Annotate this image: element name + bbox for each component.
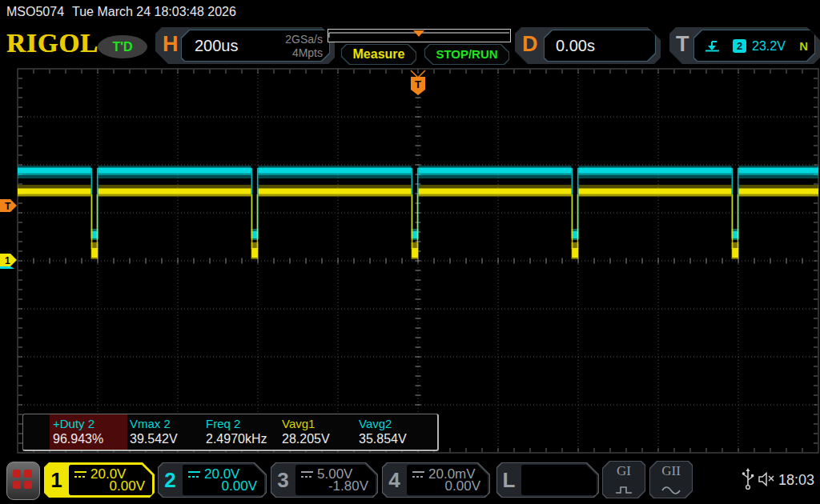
ch2-spike[interactable]: [91, 231, 98, 238]
acquisition-info: 2GSa/s 4Mpts: [285, 33, 323, 60]
channel-offset: 0.00V: [222, 478, 257, 494]
memory-position-indicator[interactable]: [328, 29, 511, 42]
h-label: H: [163, 32, 179, 57]
ch1-spike[interactable]: [412, 248, 418, 258]
ch2-trace[interactable]: [579, 168, 732, 174]
ch1-spike[interactable]: [572, 194, 573, 249]
gen2-badge[interactable]: GII: [649, 461, 693, 498]
measurement-value: 96.943%: [53, 432, 103, 446]
channel-badge-2[interactable]: 220.0V0.00V: [158, 462, 267, 498]
ch1-spike[interactable]: [91, 248, 98, 258]
trigger-level-value[interactable]: 23.2V: [752, 39, 786, 54]
ch1-spike[interactable]: [732, 248, 738, 258]
ch1-trace[interactable]: [739, 189, 819, 194]
ch1-spike[interactable]: [732, 194, 734, 249]
delay-value[interactable]: 0.00s: [556, 37, 595, 55]
menu-grid-icon: [24, 481, 32, 489]
gen1-badge[interactable]: GI: [602, 461, 645, 498]
trigger-position-letter: T: [415, 78, 421, 90]
clock: 18:03: [778, 472, 814, 489]
ch2-trace[interactable]: [259, 168, 412, 174]
ch1-spike[interactable]: [738, 194, 739, 249]
ch2-spike[interactable]: [412, 231, 418, 238]
gen2-label: GII: [649, 463, 693, 479]
ch2-trace[interactable]: [98, 168, 251, 174]
memory-position-marker[interactable]: [413, 30, 424, 37]
delay-box[interactable]: 0.00s: [544, 30, 656, 62]
channel1-zero-letter: 1: [5, 255, 10, 266]
trigger-panel[interactable]: T 2 23.2V N: [669, 27, 820, 64]
measure-button[interactable]: Measure: [341, 44, 416, 65]
oscilloscope-screen: MSO5074 Tue March 24 18:03:48 2026 TT1 R…: [0, 0, 820, 504]
timebase-value[interactable]: 200us: [195, 37, 239, 55]
ch2-spike[interactable]: [251, 231, 258, 238]
channel-settings-box: 20.0mV0.00V: [407, 465, 488, 495]
ch1-trace[interactable]: [579, 189, 732, 194]
measurement-label: Freq 2: [206, 417, 240, 430]
menu-grid-icon: [24, 470, 32, 478]
logic-channels-box: 0 1 2 3 4 5 6 7 8 9 10 11 12 13 14 15: [521, 465, 597, 495]
stop-run-button[interactable]: STOP/RUN: [424, 44, 509, 65]
trigger-source-badge: 2: [733, 39, 746, 53]
channel-badge-1[interactable]: 120.0V0.00V: [44, 462, 155, 498]
measurement-label: Vmax 2: [130, 417, 171, 430]
trigger-status-badge: T'D: [98, 35, 147, 58]
measurement-label: Vavg1: [282, 417, 315, 430]
ch1-spike[interactable]: [257, 194, 259, 249]
channel-settings-box: 5.00V-1.80V: [295, 465, 376, 495]
logic-label: L: [496, 462, 521, 498]
ch1-trace[interactable]: [259, 189, 412, 194]
rigol-logo: RIGOL: [6, 29, 98, 58]
timebase-box[interactable]: 200us 2GSa/s 4Mpts: [181, 30, 330, 62]
delay-panel[interactable]: D 0.00s: [515, 27, 661, 64]
ch2-trace[interactable]: [18, 168, 91, 174]
t-label: T: [676, 32, 689, 57]
ch2-trace[interactable]: [419, 168, 572, 174]
channel-offset: 0.00V: [445, 478, 480, 494]
trigger-sweep-mode: N: [799, 39, 808, 53]
ch1-spike[interactable]: [572, 248, 578, 258]
dc-coupling-icon: [300, 470, 314, 479]
dc-coupling-icon: [74, 470, 87, 479]
ch1-spike[interactable]: [577, 194, 579, 249]
ch1-trace[interactable]: [98, 189, 251, 194]
measurement-value: 35.854V: [359, 432, 407, 446]
trigger-falling-edge-icon: [704, 38, 722, 54]
d-label: D: [522, 32, 538, 57]
ch2-spike[interactable]: [732, 231, 738, 238]
ch1-spike[interactable]: [417, 194, 419, 249]
ch1-trace[interactable]: [18, 189, 91, 194]
ch1-spike[interactable]: [251, 194, 253, 249]
ch2-trace[interactable]: [739, 168, 819, 174]
ch1-spike[interactable]: [97, 194, 98, 249]
ch1-trace[interactable]: [419, 189, 572, 194]
channel-badge-3[interactable]: 35.00V-1.80V: [271, 462, 378, 498]
sample-rate: 2GSa/s: [285, 33, 323, 46]
channel-number: 3: [271, 462, 295, 498]
measurement-panel[interactable]: +Duty 296.943%Vmax 239.542VFreq 22.4970k…: [22, 414, 439, 451]
gen1-label: GI: [602, 463, 645, 479]
channel-offset: 0.00V: [110, 478, 145, 494]
ch1-spike[interactable]: [412, 194, 413, 249]
channel-number: 2: [158, 462, 183, 498]
ch1-spike[interactable]: [91, 194, 93, 249]
channel-badge-4[interactable]: 420.0mV0.00V: [382, 462, 490, 498]
trigger-box[interactable]: 2 23.2V N: [693, 30, 815, 62]
measurement-label: +Duty 2: [53, 417, 94, 430]
ch1-spike[interactable]: [251, 248, 258, 258]
logic-analyzer-badge[interactable]: L 0 1 2 3 4 5 6 7 8 9 10 11 12 13 14 15: [496, 462, 599, 498]
channel2-zero-marker[interactable]: [0, 266, 14, 269]
speaker-muted-icon: [758, 471, 777, 487]
measurement-label: Vavg2: [359, 417, 392, 430]
dc-coupling-icon: [412, 470, 425, 479]
dc-coupling-icon: [187, 470, 201, 479]
horizontal-panel[interactable]: H 200us 2GSa/s 4Mpts: [155, 27, 335, 64]
menu-grid-icon: [13, 481, 21, 489]
measurement-value: 2.4970kHz: [206, 432, 267, 446]
channel-settings-box: 20.0V0.00V: [69, 465, 152, 495]
memory-position-zigzag: [328, 30, 510, 42]
memory-depth: 4Mpts: [285, 46, 323, 60]
menu-grid-button[interactable]: [6, 462, 40, 500]
measurement-value: 39.542V: [130, 432, 178, 446]
ch2-spike[interactable]: [572, 231, 578, 238]
